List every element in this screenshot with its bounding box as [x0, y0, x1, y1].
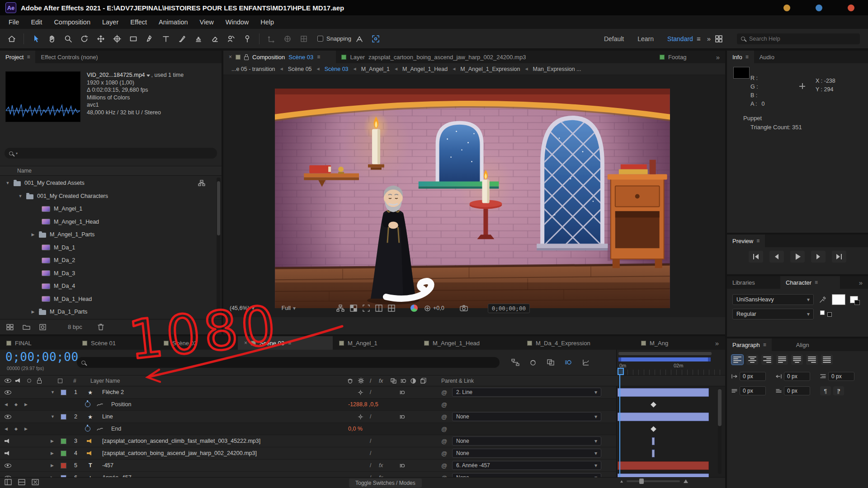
window-dot-blue-icon[interactable] [816, 5, 822, 11]
list-item[interactable]: ▼ 001_My Created Characters [0, 190, 215, 203]
caret-open-icon[interactable]: ▼ [51, 411, 55, 422]
indent-left-field[interactable]: 0 px [731, 372, 766, 381]
quality-switch-icon[interactable]: / [370, 386, 371, 398]
table-row[interactable]: ▼ 2 ★ Line / @ None ▾ [0, 411, 616, 423]
number-column-header[interactable]: # [73, 375, 76, 386]
next-frame-button[interactable] [811, 251, 826, 263]
zoom-in-icon[interactable] [684, 479, 688, 483]
flowchart-icon[interactable] [336, 305, 344, 312]
visibility-toggle[interactable] [5, 460, 11, 471]
breadcrumb-item[interactable]: M_Angel_1 [361, 66, 390, 72]
layer-color-chip[interactable] [61, 386, 66, 398]
table-row[interactable]: ▶ 4 [zapsplat_cartoon_boing_ascend_jaw_h… [0, 447, 616, 460]
hand-tool[interactable] [44, 32, 60, 46]
audio-clip-bar[interactable] [652, 450, 655, 457]
time-ruler[interactable]: 0m 02m [616, 350, 725, 375]
motion-blur-switch-icon[interactable] [400, 411, 405, 422]
collapse-switch-icon[interactable] [358, 411, 363, 422]
property-value[interactable]: -1288,8 ,0,5 [348, 399, 378, 410]
workspace-menu-icon[interactable]: ≡ [697, 35, 701, 42]
layer-name-column-header[interactable]: Layer Name [90, 375, 120, 386]
pickwhip-icon[interactable]: @ [441, 447, 447, 459]
layer-name[interactable]: Flèche 2 [102, 386, 124, 398]
current-time-indicator[interactable] [618, 368, 624, 375]
menu-layer[interactable]: Layer [96, 19, 124, 26]
current-timecode[interactable]: 0;00;00;00 [5, 350, 79, 364]
home-icon[interactable] [4, 32, 20, 46]
stroke-option-icon[interactable] [820, 310, 825, 315]
collapse-switch-icon[interactable] [358, 386, 363, 398]
magnification-select[interactable]: (45,6%)▾ [230, 305, 255, 311]
graph-icon[interactable] [97, 423, 103, 435]
font-style-select[interactable]: Regular ▾ [732, 309, 814, 319]
tab-libraries[interactable]: Libraries [727, 276, 780, 289]
caret-closed-icon[interactable]: ▶ [31, 232, 35, 237]
timeline-tab[interactable]: M_Angel_1_Head [418, 336, 521, 350]
zoom-slider[interactable] [627, 480, 680, 482]
eraser-tool[interactable] [207, 32, 223, 46]
tab-paragraph[interactable]: Paragraph ≡ [727, 338, 772, 351]
new-composition-icon[interactable] [39, 324, 46, 330]
parent-dropdown[interactable]: 6. Année -457 ▾ [452, 461, 601, 470]
pan-behind-tool[interactable] [93, 32, 109, 46]
toggle-switches-pane-icon[interactable] [5, 479, 12, 485]
roto-brush-tool[interactable] [223, 32, 239, 46]
list-item[interactable]: M_Da_3 [0, 267, 215, 280]
graph-editor-icon[interactable] [580, 357, 591, 368]
grid-guides-icon[interactable] [388, 305, 395, 312]
property-row[interactable]: ◀ ◆ ▶ Position -1288,8 ,0,5 @ [0, 399, 616, 411]
panel-menu-icon[interactable]: ≡ [288, 340, 291, 346]
tab-effect-controls[interactable]: Effect Controls (none) [35, 51, 103, 63]
align-left-button[interactable] [731, 355, 743, 365]
list-item[interactable]: ▶ M_Da_1_Parts [0, 305, 215, 318]
justify-last-left-button[interactable] [776, 355, 788, 365]
stroke-color-swatch[interactable] [850, 296, 858, 303]
timeline-graph-area[interactable] [616, 386, 725, 477]
property-value[interactable]: 0,0 % [348, 423, 363, 435]
justify-last-center-button[interactable] [791, 355, 803, 365]
timeline-tab[interactable]: M_Ang [635, 336, 678, 350]
keyframe-toggle-icon[interactable]: ◆ [14, 399, 18, 410]
timeline-tab[interactable]: M_Angel_1 [333, 336, 418, 350]
clone-stamp-tool[interactable] [190, 32, 207, 46]
direction-rtl-button[interactable]: ¶ [833, 386, 844, 395]
list-item[interactable]: M_Angel_1 [0, 202, 215, 216]
keyframe-diamond[interactable] [651, 402, 656, 408]
layer-color-chip[interactable] [61, 447, 66, 459]
snap-angle-icon[interactable] [351, 32, 368, 46]
axis-mode-local-icon[interactable] [263, 32, 279, 46]
timeline-overflow-icon[interactable]: » [709, 336, 725, 350]
layer-duration-bar[interactable] [618, 388, 709, 397]
menu-edit[interactable]: Edit [25, 19, 48, 26]
mini-flowchart-icon[interactable] [510, 357, 521, 368]
list-item[interactable]: ▼ 001_My Created Assets [0, 177, 215, 190]
list-item[interactable]: M_Angel_1_Head [0, 216, 215, 229]
parent-dropdown[interactable]: None ▾ [452, 412, 601, 421]
project-column-header[interactable]: Name [0, 166, 222, 176]
menu-effect[interactable]: Effect [124, 19, 153, 26]
visibility-toggle[interactable] [5, 386, 11, 398]
snapping-control[interactable]: Snapping [317, 35, 351, 42]
axis-mode-world-icon[interactable] [279, 32, 296, 46]
zoom-tool[interactable] [60, 32, 76, 46]
tab-preview[interactable]: Preview ≡ [727, 235, 765, 247]
timeline-tab[interactable]: M_Da_4_Expression [521, 336, 635, 350]
axis-mode-view-icon[interactable] [296, 32, 312, 46]
composition-canvas[interactable] [275, 89, 670, 308]
table-row[interactable]: ▶ 6 ★ Année -457 / fx @ None ▾ [0, 472, 616, 477]
workspace-learn[interactable]: Learn [637, 35, 654, 42]
composition-viewport[interactable]: (45,6%)▾ Full▾ +0,0 0;00;00;00 [223, 75, 725, 317]
trash-icon[interactable] [98, 324, 104, 330]
chevron-down-icon[interactable] [146, 75, 150, 77]
first-line-indent-field[interactable]: 0 px [820, 372, 854, 381]
first-frame-button[interactable] [749, 251, 763, 263]
breadcrumb-item[interactable]: Scène 05 [288, 66, 312, 72]
quality-switch-icon[interactable]: / [370, 460, 371, 471]
fx-switch-icon[interactable]: fx [379, 460, 383, 471]
font-family-select[interactable]: UniSansHeavy ▾ [732, 294, 814, 305]
channels-wheel-icon[interactable] [410, 305, 418, 312]
chevron-down-icon[interactable]: ▾ [16, 151, 18, 155]
exposure-control[interactable]: +0,0 [424, 305, 444, 312]
caret-open-icon[interactable]: ▼ [51, 386, 55, 398]
character-overflow-icon[interactable]: » [854, 276, 868, 289]
